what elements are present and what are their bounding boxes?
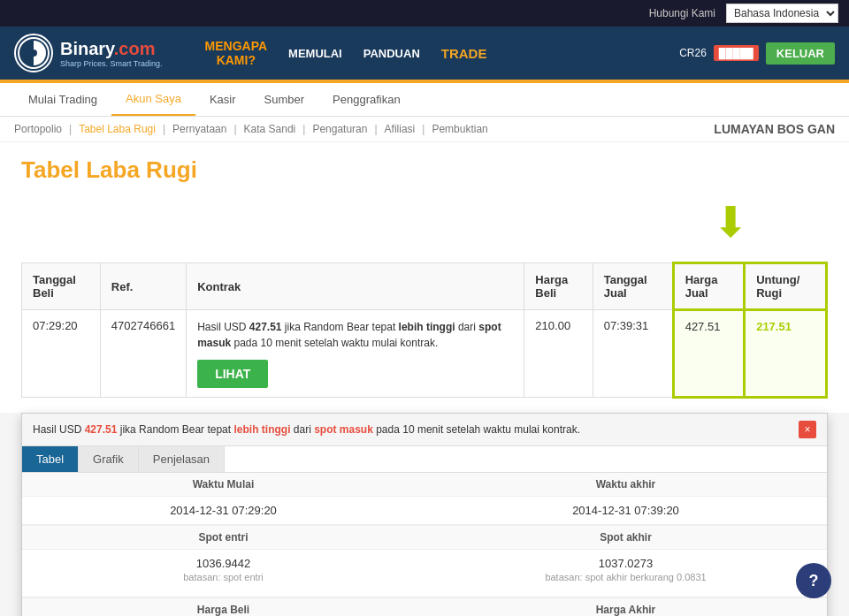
nav-memulai[interactable]: MEMULAI [288, 47, 342, 60]
lihat-button[interactable]: LIHAT [197, 360, 268, 388]
spot-entri-value: 1036.9442 [36, 557, 410, 570]
cell-harga-jual: 427.51 [673, 310, 745, 398]
arrow-container: ⬇ [21, 202, 828, 255]
brand-name: Binary.com [60, 39, 163, 59]
nav-mengapa[interactable]: MENGAPAKAMI? [205, 39, 268, 67]
tab-penggrafikan[interactable]: Penggrafikan [318, 84, 415, 115]
modal-close-button[interactable]: × [799, 421, 816, 438]
help-button[interactable]: ? [796, 563, 831, 598]
col-tanggal-beli: Tanggal Beli [22, 263, 101, 310]
cell-harga-beli: 210.00 [524, 310, 593, 398]
table-row: 07:29:20 4702746661 Hasil USD 427.51 jik… [22, 310, 827, 398]
cell-tanggal-beli: 07:29:20 [22, 310, 101, 398]
tab-kasir[interactable]: Kasir [195, 84, 250, 115]
modal-tabs: Tabel Grafik Penjelasan [22, 446, 827, 473]
modal-body: Waktu Mulai Waktu akhir 2014-12-31 07:29… [22, 473, 827, 616]
page-content: Tabel Laba Rugi ⬇ Tanggal Beli Ref. Kont… [0, 142, 849, 413]
tagline: Sharp Prices. Smart Trading. [60, 59, 163, 68]
col-kontrak: Kontrak [187, 263, 524, 310]
modal-bold1: lebih tinggi [233, 423, 290, 436]
spot-headers: Spot entri Spot akhir [22, 526, 827, 550]
col-ref: Ref. [100, 263, 186, 310]
harga-beli-label: Harga Beli [22, 598, 424, 616]
spot-akhir-label: Spot akhir [424, 526, 827, 549]
annotation-text: LUMAYAN BOS GAN [714, 122, 835, 136]
cell-kontrak: Hasil USD 427.51 jika Random Bear tepat … [187, 310, 524, 398]
logo-text: Binary.com Sharp Prices. Smart Trading. [60, 39, 163, 68]
header: Binary.com Sharp Prices. Smart Trading. … [0, 27, 849, 80]
col-harga-jual: Harga Jual [673, 263, 745, 310]
contract-bold2: spot masuk [197, 321, 501, 349]
cr-badge: █████ [714, 45, 759, 61]
col-harga-beli: Harga Beli [524, 263, 593, 310]
waktu-akhir-value: 2014-12-31 07:39:20 [424, 497, 827, 524]
waktu-akhir-label: Waktu akhir [424, 473, 827, 496]
spot-entri-cell: 1036.9442 batasan: spot entri [22, 550, 424, 597]
breadcrumb: Portopolio | Tabel Laba Rugi | Pernyataa… [0, 117, 849, 142]
hubungi-link[interactable]: Hubungi Kami [649, 7, 715, 19]
modal-amount: 427.51 [85, 423, 118, 436]
harga-headers: Harga Beli Harga Akhir [22, 598, 827, 616]
cell-untung-rugi: 217.51 [745, 310, 827, 398]
profit-loss-table: Tanggal Beli Ref. Kontrak Harga Beli Tan… [21, 262, 828, 399]
waktu-headers: Waktu Mulai Waktu akhir [22, 473, 827, 497]
contract-modal: Hasil USD 427.51 jika Random Bear tepat … [21, 413, 828, 616]
breadcrumb-katasandi[interactable]: Kata Sandi [244, 123, 296, 135]
contract-description: Hasil USD 427.51 jika Random Bear tepat … [197, 319, 513, 351]
keluar-button[interactable]: KELUAR [766, 42, 835, 65]
spot-akhir-value: 1037.0273 [439, 557, 813, 570]
modal-tab-grafik[interactable]: Grafik [79, 446, 139, 472]
waktu-mulai-value: 2014-12-31 07:29:20 [22, 497, 424, 524]
header-right: CR26 █████ KELUAR [679, 42, 835, 65]
language-select[interactable]: Bahasa Indonesia [726, 4, 838, 23]
spot-akhir-cell: 1037.0273 batasan: spot akhir berkurang … [424, 550, 827, 597]
main-nav: MENGAPAKAMI? MEMULAI PANDUAN TRADE [205, 39, 652, 67]
col-tanggal-jual: Tanggal Jual [593, 263, 673, 310]
contract-bold1: lebih tinggi [399, 321, 455, 333]
waktu-mulai-label: Waktu Mulai [22, 473, 424, 496]
nav-trade[interactable]: TRADE [441, 46, 487, 61]
modal-header: Hasil USD 427.51 jika Random Bear tepat … [22, 414, 827, 446]
down-arrow-icon: ⬇ [713, 202, 748, 244]
nav-panduan[interactable]: PANDUAN [363, 47, 420, 60]
breadcrumb-pernyataan[interactable]: Pernyataan [172, 123, 226, 135]
modal-header-text: Hasil USD 427.51 jika Random Bear tepat … [33, 423, 580, 436]
spot-akhir-sub: batasan: spot akhir berkurang 0.0831 [439, 570, 813, 589]
breadcrumb-pengaturan[interactable]: Pengaturan [312, 123, 367, 135]
svg-point-1 [30, 49, 37, 57]
tab-nav: Mulai Trading Akun Saya Kasir Sumber Pen… [0, 83, 849, 117]
cell-tanggal-jual: 07:39:31 [593, 310, 673, 398]
cell-ref: 4702746661 [100, 310, 186, 398]
breadcrumb-pembuktian[interactable]: Pembuktian [432, 123, 487, 135]
tab-sumber[interactable]: Sumber [250, 84, 319, 115]
spot-entri-sub: batasan: spot entri [36, 570, 410, 589]
tab-akun[interactable]: Akun Saya [111, 83, 195, 116]
logo-icon [14, 34, 53, 72]
top-bar: Hubungi Kami Bahasa Indonesia [0, 0, 849, 27]
breadcrumb-tabel[interactable]: Tabel Laba Rugi [79, 123, 156, 135]
col-untung-rugi: Untung/ Rugi [745, 263, 827, 310]
modal-tab-penjelasan[interactable]: Penjelasan [139, 446, 225, 472]
page-title: Tabel Laba Rugi [21, 156, 828, 184]
cr-label: CR26 [679, 47, 707, 59]
waktu-values: 2014-12-31 07:29:20 2014-12-31 07:39:20 [22, 497, 827, 525]
logo[interactable]: Binary.com Sharp Prices. Smart Trading. [14, 34, 163, 72]
modal-tab-tabel[interactable]: Tabel [22, 446, 79, 472]
spot-entri-label: Spot entri [22, 526, 424, 549]
tab-mulai[interactable]: Mulai Trading [14, 84, 111, 115]
spot-values: 1036.9442 batasan: spot entri 1037.0273 … [22, 550, 827, 597]
modal-bold2: spot masuk [314, 423, 373, 436]
harga-akhir-label: Harga Akhir [424, 598, 827, 616]
breadcrumb-portopolio[interactable]: Portopolio [14, 123, 62, 135]
contract-amount: 427.51 [249, 321, 282, 333]
breadcrumb-afiliasi[interactable]: Afiliasi [385, 123, 416, 135]
